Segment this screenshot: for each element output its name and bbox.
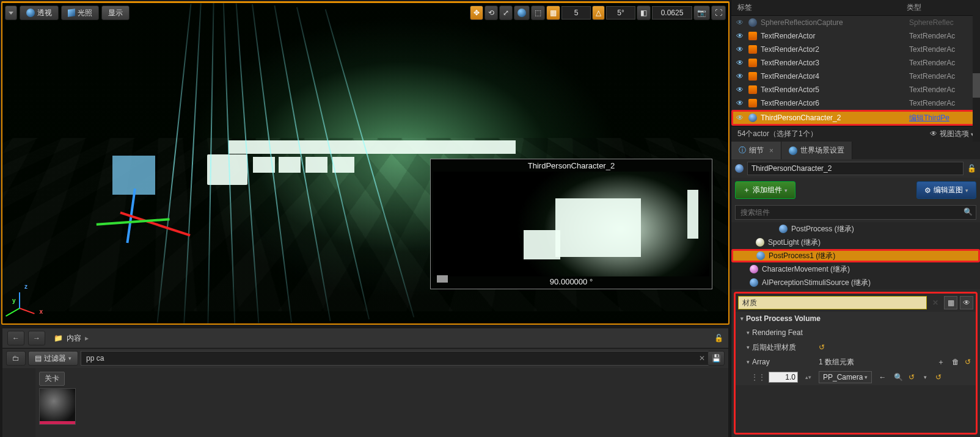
actor-icon (735, 164, 744, 173)
tab-details[interactable]: ⓘ细节× (731, 142, 781, 159)
outliner-row[interactable]: 👁 TextRenderActor6 TextRenderAc (731, 96, 980, 110)
viewport-menu-button[interactable] (5, 5, 17, 20)
reset-to-default-icon[interactable]: ↺ (909, 373, 915, 381)
content-area[interactable]: 关卡 (35, 368, 728, 437)
component-search-input[interactable] (735, 205, 976, 220)
visibility-icon[interactable]: 👁 (735, 45, 745, 54)
folder-chip[interactable]: 关卡 (39, 372, 65, 386)
outliner-row[interactable]: 👁 TextRenderActor3 TextRenderAc (731, 56, 980, 70)
details-tabs: ⓘ细节× 世界场景设置 (731, 142, 980, 159)
rotate-tool-button[interactable]: ⟲ (485, 5, 498, 20)
visibility-icon[interactable]: 👁 (735, 85, 745, 94)
browse-asset-button[interactable]: 🔍 (893, 372, 904, 383)
visibility-icon[interactable]: 👁 (735, 114, 745, 122)
prop-post-process-material[interactable]: ▾后期处理材质 (747, 342, 814, 353)
show-button[interactable]: 显示 (101, 5, 130, 20)
camera-preview: ThirdPersonCharacter_2 90.000000 ° (430, 159, 712, 289)
array-asset-dropdown[interactable]: PP_Camera▾ (819, 371, 872, 383)
component-row-selected[interactable]: PostProcess1 (继承) (731, 249, 980, 262)
array-clear-button[interactable]: 🗑 (950, 356, 961, 367)
outliner-row[interactable]: 👁 SphereReflectionCapture SphereReflec (731, 16, 980, 29)
component-row[interactable]: PostProcess (继承) (731, 222, 980, 236)
details-property-panel: ✕ ▦ 👁 ▾Post Process Volume ▾Rendering Fe… (734, 292, 978, 435)
tab-world-settings[interactable]: 世界场景设置 (781, 142, 852, 159)
view-options-button[interactable]: 👁 视图选项 ▾ (930, 129, 974, 139)
grid-snap-button[interactable]: ▦ (546, 5, 560, 20)
ai-icon (750, 278, 758, 287)
perspective-button[interactable]: 透视 (20, 5, 59, 20)
actor-icon (748, 85, 757, 94)
category-post-process-volume[interactable]: ▾Post Process Volume (736, 312, 976, 325)
component-row[interactable]: AIPerceptionStimuliSource (继承) (731, 276, 980, 289)
array-weight-input[interactable] (769, 372, 798, 383)
reset-to-default-icon[interactable]: ↺ (965, 358, 971, 366)
array-add-button[interactable]: ＋ (935, 356, 946, 367)
content-sidebar[interactable] (2, 368, 35, 437)
visibility-icon[interactable]: 👁 (735, 99, 745, 107)
camera-speed-button[interactable]: 📷 (693, 5, 710, 20)
property-search-input[interactable] (738, 296, 927, 309)
grid-snap-input[interactable] (561, 6, 591, 20)
viewport-toolbar-right: ✥ ⟲ ⤢ ⬚ ▦ △ ◧ 📷 ⛶ (470, 5, 726, 20)
clear-search-button[interactable]: ✕ (929, 298, 942, 307)
outliner-row[interactable]: 👁 TextRenderActor2 TextRenderAc (731, 43, 980, 56)
folder-icon: 📁 (54, 334, 63, 342)
actor-icon (748, 99, 757, 107)
reset-to-default-icon[interactable]: ↺ (935, 373, 942, 381)
coord-space-button[interactable] (514, 5, 530, 20)
angle-snap-input[interactable] (606, 6, 635, 20)
edit-blueprint-button[interactable]: ⚙编辑蓝图▾ (916, 181, 976, 199)
asset-thumbnail[interactable] (39, 388, 76, 425)
component-row[interactable]: SpotLight (继承) (731, 236, 980, 249)
outliner-row[interactable]: 👁 TextRenderActor5 TextRenderAc (731, 83, 980, 96)
viewport[interactable]: 透视 光照 显示 ✥ ⟲ ⤢ ⬚ ▦ △ ◧ 📷 ⛶ (1, 1, 730, 325)
property-visibility-button[interactable]: 👁 (960, 296, 973, 309)
selected-actor-name-input[interactable] (747, 162, 964, 175)
visibility-icon[interactable]: 👁 (735, 32, 745, 40)
actor-count: 54个actor（选择了1个） (737, 129, 817, 139)
spinner-icon[interactable]: ▴▾ (803, 372, 814, 383)
lighting-button[interactable]: 光照 (61, 5, 99, 20)
array-element-menu-button[interactable]: ▾ (920, 372, 931, 383)
transform-gizmo[interactable] (94, 168, 192, 247)
outliner-row[interactable]: 👁 TextRenderActor TextRenderAc (731, 29, 980, 43)
prop-array[interactable]: ▾Array (747, 358, 814, 366)
sources-toggle-button[interactable]: 🗀 (6, 351, 26, 366)
add-component-button[interactable]: ＋添加组件▾ (735, 181, 795, 199)
actor-icon (748, 32, 757, 40)
maximize-viewport-button[interactable]: ⛶ (711, 5, 726, 20)
outliner-scrollbar[interactable] (973, 0, 980, 142)
scale-snap-button[interactable]: ◧ (637, 5, 651, 20)
translate-tool-button[interactable]: ✥ (470, 5, 483, 20)
lock-icon[interactable]: 🔓 (714, 334, 723, 342)
movement-icon (750, 265, 758, 273)
component-row[interactable]: CharacterMovement (继承) (731, 262, 980, 276)
outliner-row-selected[interactable]: 👁 ThirdPersonCharacter_2 编辑ThirdPe (731, 110, 980, 126)
angle-snap-button[interactable]: △ (592, 5, 605, 20)
actor-icon (748, 72, 757, 81)
actor-icon (748, 18, 757, 27)
lock-icon[interactable]: 🔓 (967, 164, 976, 173)
component-tree: PostProcess (继承) SpotLight (继承) PostProc… (731, 222, 980, 289)
category-rendering-features[interactable]: ▾Rendering Feat (747, 328, 814, 337)
scale-tool-button[interactable]: ⤢ (499, 5, 513, 20)
nav-back-button[interactable]: ← (7, 331, 24, 345)
close-tab-icon[interactable]: × (769, 146, 773, 155)
preview-title: ThirdPersonCharacter_2 (431, 159, 712, 170)
surface-snap-button[interactable]: ⬚ (531, 5, 545, 20)
visibility-icon[interactable]: 👁 (735, 18, 745, 27)
breadcrumb[interactable]: 📁 内容 ▸ (49, 333, 93, 344)
drag-handle-icon[interactable]: ⋮⋮ (753, 372, 764, 383)
content-search-input[interactable] (81, 351, 712, 366)
save-all-button[interactable]: 💾 (708, 351, 725, 366)
clear-search-icon[interactable]: ✕ (699, 354, 705, 363)
reset-to-default-icon[interactable]: ↺ (819, 343, 825, 352)
visibility-icon[interactable]: 👁 (735, 72, 745, 81)
use-selected-asset-button[interactable]: ← (877, 372, 888, 383)
visibility-icon[interactable]: 👁 (735, 59, 745, 67)
outliner-row[interactable]: 👁 TextRenderActor4 TextRenderAc (731, 70, 980, 83)
property-matrix-button[interactable]: ▦ (944, 296, 957, 309)
filter-button[interactable]: ▤ 过滤器 ▾ (28, 351, 78, 366)
nav-forward-button[interactable]: → (28, 331, 45, 345)
scale-snap-input[interactable] (652, 6, 692, 20)
